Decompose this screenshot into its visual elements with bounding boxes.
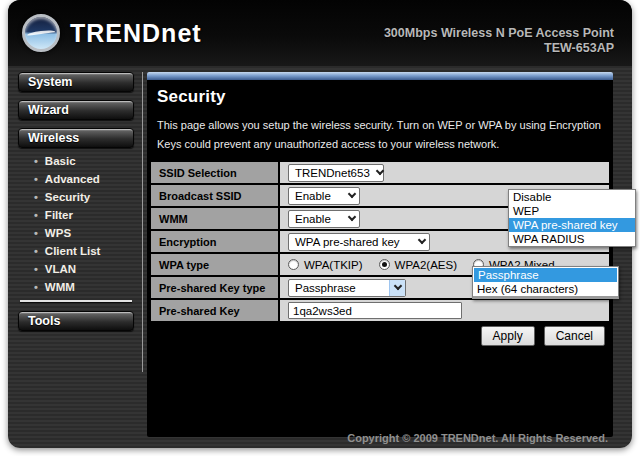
menu-item-hex[interactable]: Hex (64 characters) (473, 282, 618, 296)
ssid-selection-select[interactable]: TRENDnet653 (288, 164, 384, 182)
encryption-select[interactable]: WPA pre-shared key (288, 233, 430, 251)
radio-label: WPA(TKIP) (304, 259, 363, 271)
subitem-label: VLAN (45, 264, 76, 275)
trendnet-logo: TRENDnet (22, 14, 202, 52)
apply-button[interactable]: Apply (481, 326, 535, 346)
menu-item-passphrase[interactable]: Passphrase (474, 268, 617, 282)
encryption-value: WPA pre-shared key (289, 236, 413, 248)
broadcast-ssid-select[interactable]: Enable (288, 187, 360, 205)
chevron-down-icon (413, 234, 429, 250)
form-actions: Apply Cancel (147, 326, 605, 346)
product-info: 300Mbps Wireless N PoE Access Point TEW-… (384, 26, 614, 56)
cancel-button[interactable]: Cancel (544, 326, 605, 346)
row-pre-shared-key: Pre-shared Key (151, 300, 609, 321)
sidebar-subitem-client-list[interactable]: Client List (34, 246, 142, 257)
sidebar-subitem-advanced[interactable]: Advanced (34, 174, 142, 185)
sidebar-main-divider (142, 72, 143, 372)
sidebar-subitem-vlan[interactable]: VLAN (34, 264, 142, 275)
radio-wpa2-aes[interactable]: WPA2(AES) (379, 259, 457, 271)
pre-shared-key-input[interactable] (288, 302, 462, 319)
radio-wpa-tkip[interactable]: WPA(TKIP) (288, 259, 363, 271)
field-label-encryption: Encryption (151, 231, 278, 252)
ssid-selection-value: TRENDnet653 (289, 167, 376, 179)
key-type-dropdown-menu: Passphrase Hex (64 characters) (472, 266, 619, 299)
main-panel: Security This page allows you setup the … (147, 72, 613, 437)
footer: Copyright © 2009 TRENDnet. All Rights Re… (347, 432, 608, 444)
field-label-pre-shared-key: Pre-shared Key (151, 300, 278, 321)
page-title: Security (157, 87, 613, 107)
wmm-value: Enable (289, 213, 343, 225)
product-model: TEW-653AP (384, 41, 614, 56)
device-admin-window: TRENDnet 300Mbps Wireless N PoE Access P… (8, 0, 632, 448)
chevron-down-icon (343, 188, 359, 204)
wmm-select[interactable]: Enable (288, 210, 360, 228)
radio-button-icon (288, 259, 299, 270)
sidebar-divider (20, 300, 132, 302)
subitem-label: WPS (45, 228, 71, 239)
sidebar-subitem-basic[interactable]: Basic (34, 156, 142, 167)
subitem-label: WMM (45, 282, 75, 293)
copyright-text: Copyright © 2009 TRENDnet. All Rights Re… (347, 432, 608, 444)
trendnet-globe-icon (22, 14, 60, 52)
subitem-label: Client List (45, 246, 101, 257)
row-ssid-selection: SSID Selection TRENDnet653 (151, 162, 609, 183)
product-name: 300Mbps Wireless N PoE Access Point (384, 26, 614, 41)
field-label-pre-shared-key-type: Pre-shared Key type (151, 277, 278, 298)
sidebar-subitem-filter[interactable]: Filter (34, 210, 142, 221)
field-label-ssid-selection: SSID Selection (151, 162, 278, 183)
broadcast-ssid-value: Enable (289, 190, 343, 202)
subitem-label: Filter (45, 210, 73, 221)
menu-item-wpa-pre-shared-key[interactable]: WPA pre-shared key (509, 218, 635, 232)
field-label-broadcast-ssid: Broadcast SSID (151, 185, 278, 206)
radio-button-icon (379, 259, 390, 270)
field-label-wmm: WMM (151, 208, 278, 229)
sidebar-subitem-wmm[interactable]: WMM (34, 282, 142, 293)
page-description: This page allows you setup the wireless … (157, 116, 609, 153)
chevron-down-icon (376, 165, 383, 181)
chevron-down-icon (389, 280, 405, 296)
subitem-label: Basic (45, 156, 76, 167)
radio-label: WPA2(AES) (395, 259, 457, 271)
header: TRENDnet 300Mbps Wireless N PoE Access P… (8, 0, 632, 66)
pre-shared-key-type-select[interactable]: Passphrase (288, 279, 406, 297)
panel-top-bar (147, 72, 613, 80)
content: System Wizard Wireless Basic Advanced Se… (8, 66, 632, 437)
sidebar-item-system[interactable]: System (18, 72, 134, 92)
menu-item-disable[interactable]: Disable (509, 190, 635, 204)
pre-shared-key-type-value: Passphrase (289, 282, 389, 294)
chevron-down-icon (343, 211, 359, 227)
wireless-submenu: Basic Advanced Security Filter WPS Clien… (8, 156, 142, 293)
field-label-wpa-type: WPA type (151, 254, 278, 275)
subitem-label: Security (45, 192, 90, 203)
sidebar: System Wizard Wireless Basic Advanced Se… (8, 72, 142, 437)
subitem-label: Advanced (45, 174, 100, 185)
sidebar-item-wizard[interactable]: Wizard (18, 100, 134, 120)
sidebar-item-wireless[interactable]: Wireless (18, 128, 134, 148)
menu-item-wpa-radius[interactable]: WPA RADIUS (509, 232, 635, 246)
sidebar-subitem-security[interactable]: Security (34, 192, 142, 203)
menu-item-wep[interactable]: WEP (509, 204, 635, 218)
sidebar-subitem-wps[interactable]: WPS (34, 228, 142, 239)
sidebar-item-tools[interactable]: Tools (18, 311, 134, 331)
encryption-dropdown-menu: Disable WEP WPA pre-shared key WPA RADIU… (508, 189, 636, 247)
brand-name: TRENDnet (70, 19, 202, 48)
